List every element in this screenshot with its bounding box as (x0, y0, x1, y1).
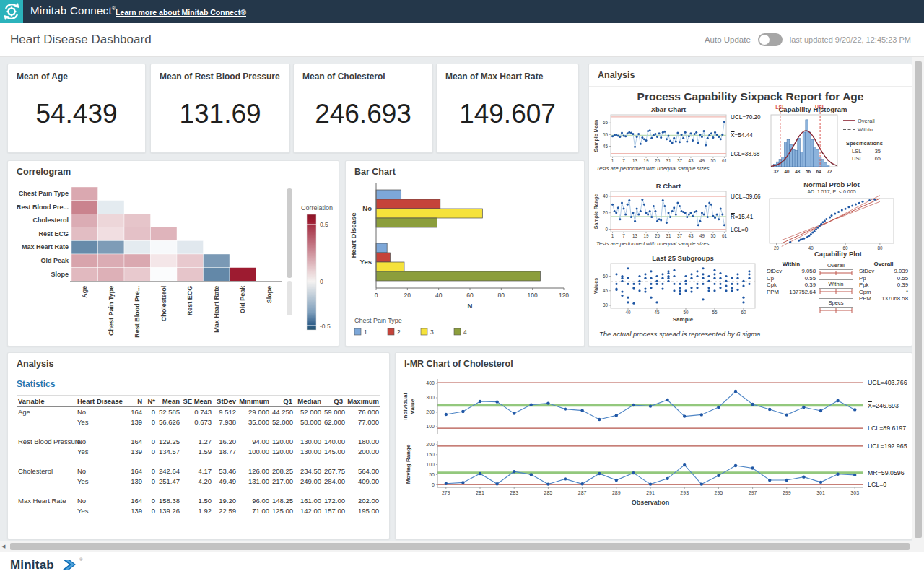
svg-text:283: 283 (510, 490, 518, 495)
statistics-table: VariableHeart DiseaseNN*MeanSE MeanStDev… (17, 395, 380, 526)
svg-text:LSL: LSL (852, 148, 861, 154)
svg-text:299: 299 (783, 490, 791, 495)
svg-text:100: 100 (426, 462, 435, 467)
capability-overall-row: Cpm* (859, 289, 908, 296)
xbar-note: Tests are performed with unequal sample … (596, 165, 711, 172)
kpi-title: Mean of Cholesterol (302, 71, 385, 82)
kpi-title: Mean of Max Heart Rate (445, 71, 543, 82)
table-row: AgeNo164052.5850.7439.51229.00044.25052.… (17, 407, 380, 418)
svg-text:Within: Within (858, 126, 873, 133)
svg-text:Sample: Sample (673, 316, 694, 323)
svg-text:80: 80 (877, 245, 883, 251)
kpi-value: 246.693 (294, 99, 432, 129)
svg-text:61: 61 (722, 158, 728, 163)
header-controls: Auto Update last updated 9/20/22, 12:45:… (705, 33, 911, 46)
capability-box-within: Within (819, 279, 853, 289)
svg-text:Moving Range: Moving Range (405, 444, 411, 484)
capability-overall-row: StDev9.039 (859, 268, 908, 275)
svg-text:Sample Mean: Sample Mean (593, 120, 599, 152)
column-header: Minimum (237, 396, 271, 407)
svg-text:20: 20 (774, 245, 780, 251)
statistics-section-link[interactable]: Statistics (17, 379, 55, 389)
capability-within-title: Within (767, 261, 816, 267)
rchart-lcl-label: LCL=0 (731, 227, 748, 233)
column-header: Q1 (271, 396, 294, 407)
correlogram-scrollbar-thumb[interactable] (287, 188, 292, 278)
svg-text:40: 40 (625, 310, 631, 315)
svg-text:13: 13 (632, 233, 638, 238)
rchart-ucl-label: UCL=39.66 (731, 193, 761, 200)
imr-mr-ucl-label: UCL=192.965 (868, 443, 907, 450)
svg-text:301: 301 (816, 490, 825, 495)
topbar: Minitab Connect® Learn more about Minita… (0, 0, 924, 23)
svg-text:19: 19 (644, 233, 650, 238)
svg-text:Individual: Individual (402, 393, 409, 419)
column-header: N (125, 396, 144, 407)
svg-text:55: 55 (603, 132, 609, 137)
svg-text:200: 200 (426, 409, 435, 414)
horizontal-scrollbar[interactable]: ◀ (0, 541, 912, 552)
report-title: Process Capability Sixpack Report for Ag… (589, 90, 912, 103)
svg-text:100: 100 (426, 424, 435, 429)
svg-text:303: 303 (850, 490, 859, 495)
column-header: Mean (157, 396, 181, 407)
svg-text:150: 150 (426, 452, 435, 457)
svg-text:Old Peak: Old Peak (239, 285, 246, 314)
svg-text:Yes: Yes (360, 258, 372, 266)
table-row: Yes1390251.474.2049.49131.00217.00249.00… (17, 476, 380, 487)
svg-text:Correlation: Correlation (301, 204, 333, 212)
svg-text:65: 65 (603, 120, 609, 125)
svg-text:56: 56 (806, 169, 811, 174)
svg-text:Sample Range: Sample Range (593, 194, 599, 229)
svg-text:31: 31 (666, 233, 671, 238)
column-header: StDev (213, 396, 237, 407)
correlogram-heatmap: Chest Pain TypeRest Blood Pre...Choleste… (8, 161, 339, 344)
svg-text:N: N (468, 302, 473, 310)
capability-histogram-title: Capability Histogram (755, 106, 871, 113)
svg-text:7: 7 (622, 158, 625, 163)
r-chart-note: Tests are performed with unequal sample … (596, 240, 711, 247)
svg-text:120: 120 (559, 292, 569, 299)
page-title: Heart Disease Dashboard (10, 32, 152, 47)
statistics-analysis-panel: Analysis Statistics VariableHeart Diseas… (7, 352, 390, 539)
capability-plot-title: Capability Plot (766, 251, 910, 258)
table-row: Rest Blood PressureNo1640129.251.2716.20… (17, 437, 380, 447)
sixpack-footnote: The actual process spread is represented… (599, 330, 762, 338)
vertical-scrollbar-thumb[interactable] (915, 61, 922, 538)
svg-text:13: 13 (632, 158, 638, 163)
svg-text:25: 25 (655, 233, 661, 238)
svg-text:Heart Disease: Heart Disease (349, 213, 357, 258)
svg-text:Rest ECG: Rest ECG (186, 286, 193, 316)
footer-reg-mark: ® (79, 557, 82, 562)
scrollbar-left-arrow-icon[interactable]: ◀ (1, 544, 5, 549)
svg-text:279: 279 (442, 490, 450, 495)
imr-chart: 1002003004002792812832852872892912932952… (396, 353, 912, 539)
auto-update-toggle[interactable] (758, 33, 783, 46)
svg-text:45: 45 (654, 310, 660, 315)
imr-mr-lcl-label: LCL=0 (868, 482, 886, 489)
svg-text:Cholesterol: Cholesterol (160, 286, 167, 322)
horizontal-scrollbar-thumb[interactable] (10, 543, 910, 550)
minitab-arrow-icon (62, 559, 78, 570)
capability-box-overall: Overall (819, 261, 853, 270)
toggle-knob (759, 35, 770, 45)
vertical-scrollbar[interactable] (912, 57, 924, 552)
svg-text:0: 0 (432, 482, 435, 487)
svg-text:1: 1 (611, 233, 614, 238)
svg-text:37: 37 (677, 158, 683, 163)
svg-text:Value: Value (409, 399, 416, 414)
column-header: Maximum (344, 396, 380, 407)
column-header: N* (144, 396, 157, 407)
kpi-card-mean-max-heart-rate: Mean of Max Heart Rate 149.607 (436, 64, 579, 153)
learn-more-link[interactable]: Learn more about Minitab Connect® (116, 8, 246, 17)
column-header: Q3 (323, 396, 344, 407)
panel-divider (8, 375, 389, 375)
table-row: Yes1390134.571.5918.77100.00120.00130.00… (17, 447, 380, 457)
svg-text:55: 55 (710, 158, 716, 163)
svg-text:400: 400 (426, 380, 435, 386)
last-updated-text: last updated 9/20/22, 12:45:23 PM (790, 35, 911, 44)
normal-prob-plot-title: Normal Prob Plot (770, 181, 894, 188)
svg-text:60: 60 (741, 310, 746, 315)
svg-text:-0.5: -0.5 (320, 323, 331, 330)
capability-overall-row: PPM137068.58 (859, 295, 908, 302)
